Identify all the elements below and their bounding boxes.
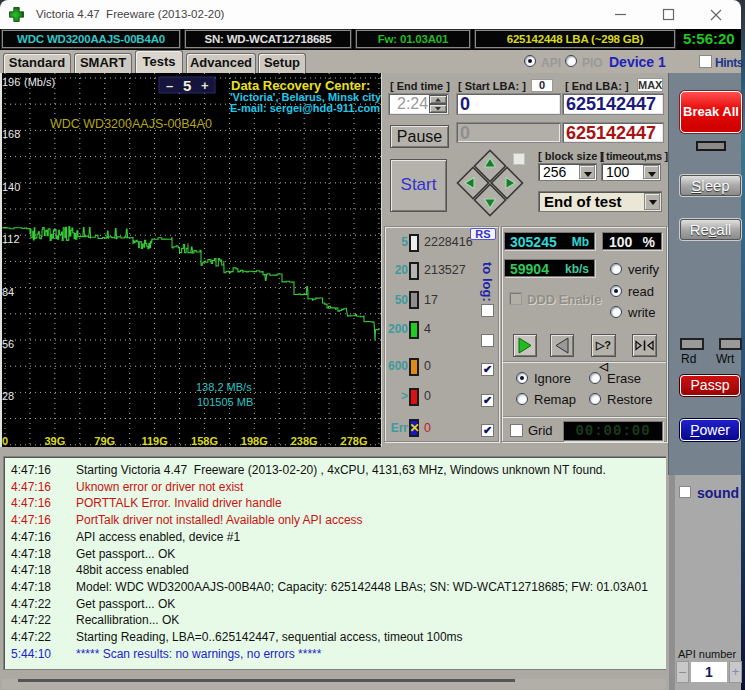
- svg-text:56: 56: [2, 338, 14, 350]
- svg-text:158G: 158G: [191, 435, 218, 447]
- svg-text:84: 84: [2, 286, 14, 298]
- svg-text:238G: 238G: [291, 435, 318, 447]
- svg-text:140: 140: [2, 181, 20, 193]
- svg-text:5: 5: [183, 77, 191, 94]
- svg-text:196: 196: [2, 76, 20, 88]
- svg-text:WDC WD3200AAJS-00B4A0: WDC WD3200AAJS-00B4A0: [50, 117, 212, 131]
- svg-text:28: 28: [2, 390, 14, 402]
- svg-text:119G: 119G: [141, 435, 167, 447]
- svg-text:–: –: [166, 78, 173, 93]
- svg-text:278G: 278G: [341, 435, 368, 447]
- svg-text:+: +: [201, 78, 209, 93]
- svg-text:168: 168: [2, 128, 20, 140]
- svg-text:(Mb/s): (Mb/s): [24, 76, 55, 88]
- svg-text:112: 112: [2, 233, 20, 245]
- svg-text:39G: 39G: [45, 435, 66, 447]
- svg-text:0: 0: [2, 435, 8, 447]
- svg-text:E-mail: sergei@hdd-911.com: E-mail: sergei@hdd-911.com: [230, 102, 380, 114]
- svg-text:198G: 198G: [241, 435, 268, 447]
- svg-text:79G: 79G: [94, 435, 115, 447]
- svg-text:138,2 MB/s: 138,2 MB/s: [196, 381, 252, 393]
- svg-text:101505 MB: 101505 MB: [197, 396, 253, 408]
